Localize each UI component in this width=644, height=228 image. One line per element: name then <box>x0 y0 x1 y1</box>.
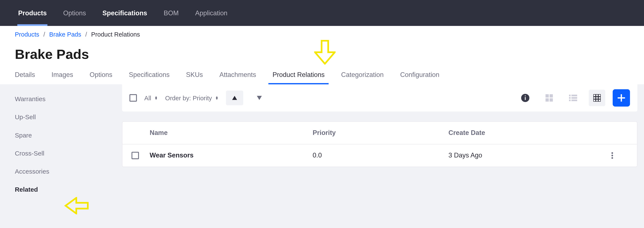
subtab-details[interactable]: Details <box>15 67 35 84</box>
topnav-products[interactable]: Products <box>10 0 55 26</box>
subtab-categorization[interactable]: Categorization <box>341 67 384 84</box>
svg-rect-3 <box>546 94 548 97</box>
sidebar-item-cross-sell[interactable]: Cross-Sell <box>0 144 116 163</box>
subtab-product-relations[interactable]: Product Relations <box>272 67 325 84</box>
caret-updown-icon: ▲▼ <box>154 96 158 100</box>
caret-updown-icon: ▲▼ <box>215 96 218 100</box>
svg-rect-4 <box>550 94 553 97</box>
caret-down-icon <box>257 96 262 100</box>
view-table-button[interactable] <box>589 90 605 106</box>
info-button[interactable] <box>517 90 534 106</box>
breadcrumb-current: Product Relations <box>91 31 140 38</box>
table-header: Name Priority Create Date <box>122 122 637 144</box>
svg-rect-2 <box>525 95 526 96</box>
cell-name: Wear Sensors <box>150 152 313 159</box>
select-all-checkbox[interactable] <box>130 94 137 102</box>
svg-rect-6 <box>550 98 553 102</box>
add-button[interactable] <box>613 89 630 107</box>
svg-rect-19 <box>618 97 625 99</box>
row-actions-button[interactable] <box>612 152 628 159</box>
view-cards-button[interactable] <box>541 90 557 106</box>
breadcrumb-brake-pads[interactable]: Brake Pads <box>49 31 81 38</box>
table-row[interactable]: Wear Sensors 0.0 3 Days Ago <box>122 144 637 167</box>
sidebar-item-label: Related <box>15 186 38 193</box>
subtab-skus[interactable]: SKUs <box>186 67 203 84</box>
subtab-specifications[interactable]: Specifications <box>129 67 170 84</box>
svg-point-22 <box>612 157 613 159</box>
breadcrumb: Products / Brake Pads / Product Relation… <box>0 26 644 39</box>
th-priority[interactable]: Priority <box>313 129 448 137</box>
sort-descending-button[interactable] <box>251 91 268 106</box>
svg-rect-11 <box>569 100 571 101</box>
sidebar-item-up-sell[interactable]: Up-Sell <box>0 108 116 126</box>
svg-point-21 <box>612 155 613 156</box>
svg-rect-10 <box>572 97 577 99</box>
breadcrumb-sep: / <box>86 31 87 38</box>
svg-rect-9 <box>569 97 571 99</box>
sidebar: Warranties Up-Sell Spare Cross-Sell Acce… <box>0 84 116 228</box>
subtab-images[interactable]: Images <box>52 67 73 84</box>
subtabs: Details Images Options Specifications SK… <box>0 66 644 84</box>
topnav-specifications[interactable]: Specifications <box>94 0 155 26</box>
main-area: Warranties Up-Sell Spare Cross-Sell Acce… <box>0 84 644 228</box>
page-title: Brake Pads <box>0 39 644 66</box>
view-list-button[interactable] <box>565 90 581 106</box>
relations-table: Name Priority Create Date Wear Sensors 0… <box>122 121 638 167</box>
table-icon <box>593 94 601 102</box>
sort-ascending-button[interactable] <box>226 91 243 106</box>
svg-rect-8 <box>572 95 577 96</box>
breadcrumb-products[interactable]: Products <box>15 31 40 38</box>
topnav-application[interactable]: Application <box>187 0 236 26</box>
svg-rect-12 <box>572 100 577 101</box>
plus-icon <box>618 94 625 102</box>
svg-rect-7 <box>569 95 571 96</box>
sidebar-item-spare[interactable]: Spare <box>0 126 116 144</box>
sidebar-item-related[interactable]: Related <box>0 181 116 199</box>
svg-rect-1 <box>525 97 526 100</box>
grid-2x2-icon <box>546 94 553 102</box>
info-icon <box>521 94 530 102</box>
filter-all[interactable]: All ▲▼ <box>144 94 158 101</box>
subtab-options[interactable]: Options <box>90 67 112 84</box>
sidebar-item-warranties[interactable]: Warranties <box>0 90 116 108</box>
top-nav: Products Options Specifications BOM Appl… <box>0 0 644 26</box>
row-checkbox[interactable] <box>132 152 139 159</box>
topnav-bom[interactable]: BOM <box>156 0 187 26</box>
order-by-label: Order by: Priority <box>165 94 212 101</box>
cell-priority: 0.0 <box>313 152 448 159</box>
breadcrumb-sep: / <box>44 31 45 38</box>
th-name[interactable]: Name <box>150 129 313 137</box>
caret-up-icon <box>232 96 237 100</box>
order-by[interactable]: Order by: Priority ▲▼ <box>165 94 218 101</box>
kebab-icon <box>612 152 613 159</box>
subtab-attachments[interactable]: Attachments <box>219 67 256 84</box>
svg-rect-5 <box>546 98 548 102</box>
cell-create-date: 3 Days Ago <box>448 152 612 159</box>
sidebar-item-accessories[interactable]: Accessories <box>0 163 116 181</box>
th-create-date[interactable]: Create Date <box>448 129 612 137</box>
subtab-configuration[interactable]: Configuration <box>400 67 439 84</box>
list-icon <box>569 95 577 101</box>
content-panel: All ▲▼ Order by: Priority ▲▼ <box>116 84 644 228</box>
list-toolbar: All ▲▼ Order by: Priority ▲▼ <box>122 84 638 112</box>
filter-all-label: All <box>144 94 151 101</box>
svg-rect-13 <box>593 94 601 102</box>
topnav-options[interactable]: Options <box>55 0 94 26</box>
svg-point-20 <box>612 152 613 154</box>
